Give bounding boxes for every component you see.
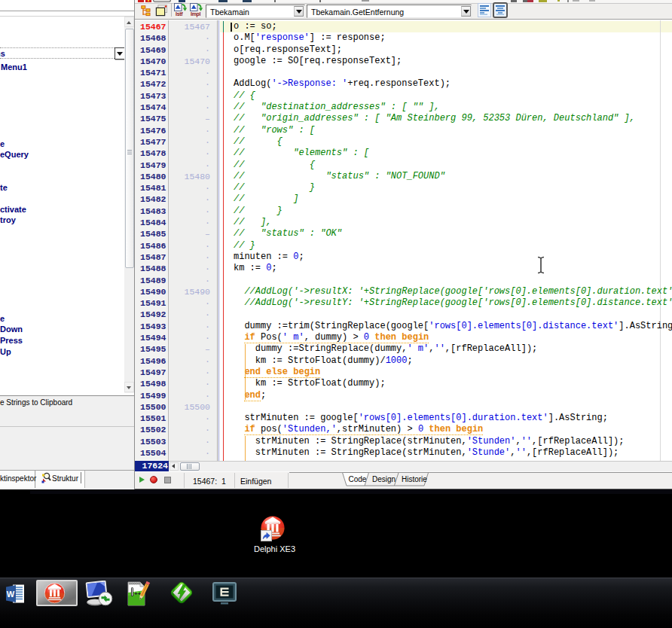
svg-text:W: W xyxy=(7,590,15,599)
